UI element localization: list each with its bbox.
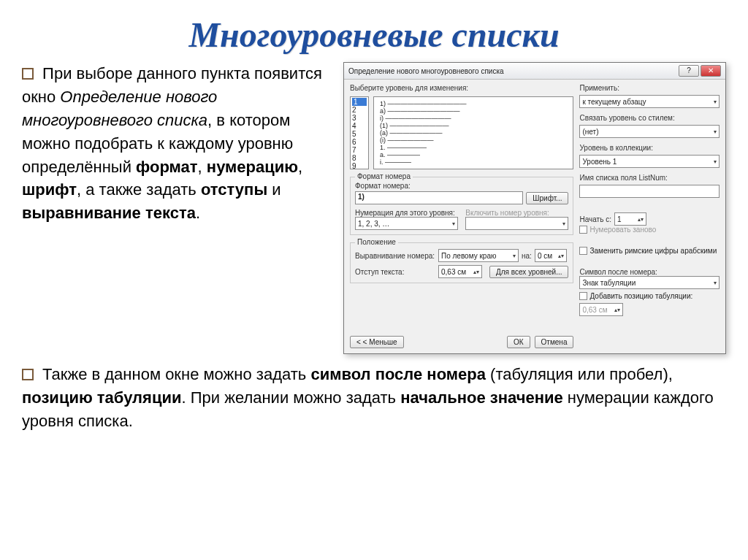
add-tab-checkbox[interactable]: Добавить позицию табуляции: — [579, 292, 692, 300]
position-legend: Положение — [355, 238, 398, 246]
dialog-title: Определение нового многоуровневого списк… — [348, 67, 504, 75]
level-item[interactable]: 4 — [352, 122, 367, 130]
link-style-label: Связать уровень со стилем: — [579, 114, 720, 122]
listnum-label: Имя списка поля ListNum: — [579, 174, 720, 182]
apply-combo[interactable]: к текущему абзацу▾ — [579, 95, 720, 108]
dialog-window: Определение нового многоуровневого списк… — [343, 62, 726, 354]
include-level-combo: ▾ — [465, 217, 568, 230]
start-at-spin[interactable]: 1▴▾ — [614, 212, 646, 226]
paragraph-2: Также в данном окне можно задать символ … — [0, 354, 748, 433]
start-at-label: Начать с: — [579, 215, 611, 223]
level-item[interactable]: 6 — [352, 138, 367, 146]
ok-button[interactable]: ОК — [507, 336, 530, 348]
level-item[interactable]: 2 — [352, 106, 367, 114]
num-this-label: Нумерация для этого уровня: — [355, 209, 458, 217]
level-preview: 1) ———————————— a) ——————————— i) ——————… — [373, 96, 573, 169]
level-listbox[interactable]: 1 2 3 4 5 6 7 8 9 — [350, 96, 369, 169]
link-style-combo[interactable]: (нет)▾ — [579, 125, 720, 138]
indent-spin[interactable]: 0,63 см▴▾ — [438, 265, 482, 278]
cancel-button[interactable]: Отмена — [535, 336, 574, 348]
level-item[interactable]: 7 — [352, 146, 367, 154]
choose-level-label: Выберите уровень для изменения: — [350, 84, 573, 92]
all-levels-button[interactable]: Для всех уровней... — [489, 266, 568, 278]
num-this-combo[interactable]: 1, 2, 3, …▾ — [355, 217, 458, 230]
at-label: на: — [522, 252, 532, 260]
help-button[interactable]: ? — [679, 65, 699, 77]
format-input[interactable]: 1) — [355, 191, 523, 204]
sym-after-label: Символ после номера: — [579, 268, 720, 276]
close-button[interactable]: ✕ — [701, 65, 721, 77]
align-combo[interactable]: По левому краю▾ — [438, 249, 519, 262]
indent-label: Отступ текста: — [355, 268, 435, 276]
position-group: Положение Выравнивание номера: По левому… — [350, 242, 573, 283]
format-label: Формат номера: — [355, 182, 568, 190]
coll-level-combo[interactable]: Уровень 1▾ — [579, 155, 720, 168]
level-item[interactable]: 9 — [352, 162, 367, 170]
level-item[interactable]: 3 — [352, 114, 367, 122]
less-button[interactable]: < < Меньше — [350, 336, 404, 348]
bullet-icon — [22, 68, 34, 80]
at-spin[interactable]: 0 см▴▾ — [535, 249, 567, 262]
level-item[interactable]: 8 — [352, 154, 367, 162]
include-level-label: Включить номер уровня: — [465, 209, 568, 217]
level-item[interactable]: 5 — [352, 130, 367, 138]
restart-checkbox: Нумеровать заново — [579, 226, 656, 234]
listnum-input[interactable] — [579, 185, 720, 198]
roman-checkbox[interactable]: Заменить римские цифры арабскими — [579, 247, 720, 255]
coll-level-label: Уровень в коллекции: — [579, 144, 720, 152]
tab-pos-spin: 0,63 см▴▾ — [579, 303, 623, 316]
font-button[interactable]: Шрифт... — [526, 192, 568, 204]
dialog-titlebar: Определение нового многоуровневого списк… — [344, 63, 725, 80]
format-group: Формат номера Формат номера: 1) Шрифт...… — [350, 177, 573, 235]
bullet-icon — [22, 369, 34, 380]
sym-after-combo[interactable]: Знак табуляции▾ — [579, 276, 720, 289]
level-item[interactable]: 1 — [352, 98, 367, 106]
apply-label: Применить: — [579, 84, 720, 92]
slide-title: Многоуровневые списки — [0, 15, 748, 55]
format-legend: Формат номера — [355, 172, 413, 180]
paragraph-1: При выборе данного пункта появится окно … — [22, 62, 329, 354]
align-label: Выравнивание номера: — [355, 252, 435, 260]
